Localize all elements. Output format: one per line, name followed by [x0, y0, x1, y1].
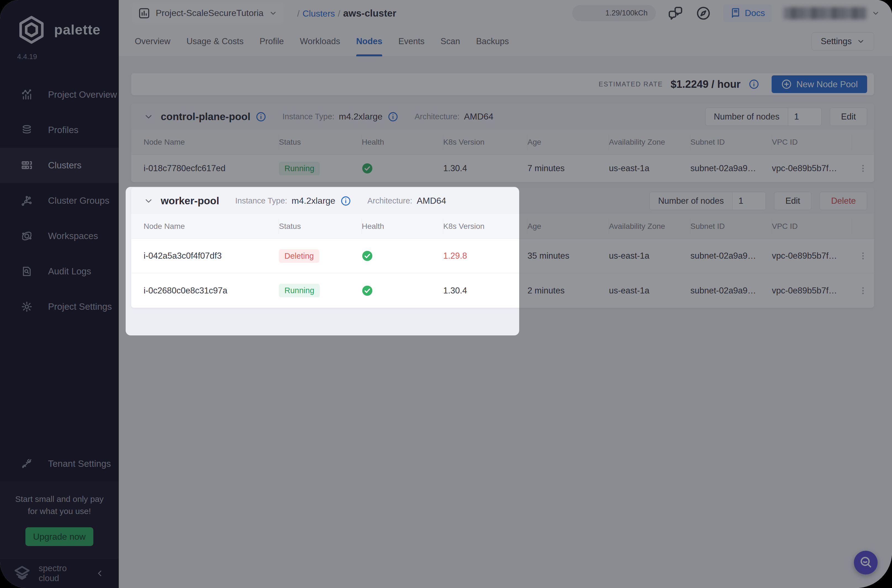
table-header-row: Node Name Status Health K8s Version Age …: [131, 130, 874, 154]
sidebar-item-label: Profiles: [48, 125, 78, 135]
search-smile-icon: [859, 555, 873, 570]
app-version: 4.4.19: [0, 45, 119, 61]
control-plane-pool-section: control-plane-pool Instance Type: m4.2xl…: [131, 104, 874, 182]
node-name: i-0c2680c0e8c31c97a: [144, 286, 279, 296]
vpc-id: vpc-0e89b5b7f…: [772, 286, 852, 296]
sidebar-item-label: Tenant Settings: [48, 459, 111, 469]
chevron-down-icon: [857, 37, 865, 45]
estimated-rate-label: ESTIMATED RATE: [599, 80, 663, 88]
tab-overview[interactable]: Overview: [135, 26, 170, 56]
k8s-version: 1.30.4: [443, 164, 527, 173]
table-header-row: Node Name Status Health K8s Version Age …: [131, 214, 874, 239]
project-chart-icon: [138, 7, 150, 20]
chart-icon: [21, 89, 33, 100]
edit-pool-button[interactable]: Edit: [830, 108, 867, 126]
subnet-id: subnet-02a9a9…: [691, 164, 772, 173]
row-menu-icon[interactable]: [858, 286, 868, 296]
app-window: palette 4.4.19 Project Overview Profiles: [0, 0, 892, 588]
usage-credits-badge: 1.29/100kCh: [572, 5, 656, 21]
sidebar-item-project-settings[interactable]: Project Settings: [0, 289, 119, 324]
subnet-id: subnet-02a9a9…: [691, 286, 772, 296]
breadcrumb-current-cluster: aws-cluster: [343, 8, 396, 18]
nodes-count-input[interactable]: [788, 108, 821, 126]
search-assistant-fab[interactable]: [854, 551, 878, 574]
docs-label: Docs: [745, 8, 765, 18]
chevron-down-icon[interactable]: [144, 112, 153, 122]
user-menu[interactable]: [784, 7, 880, 20]
number-of-nodes-group: Number of nodes: [705, 108, 821, 126]
delete-pool-button[interactable]: Delete: [820, 192, 867, 210]
edit-pool-button[interactable]: Edit: [774, 192, 811, 210]
tab-events[interactable]: Events: [398, 26, 425, 56]
instance-type-value: m4.2xlarge: [339, 111, 383, 122]
tab-profile[interactable]: Profile: [260, 26, 284, 56]
breadcrumb: / Clusters / aws-cluster: [296, 8, 396, 19]
node-age: 35 minutes: [527, 251, 609, 261]
availability-zone: us-east-1a: [609, 286, 691, 296]
orbit-icon: [21, 230, 33, 242]
info-icon[interactable]: [748, 79, 760, 90]
status-badge: Deleting: [279, 249, 319, 263]
estimated-rate-value: $1.2249 / hour: [671, 78, 740, 90]
sidebar-item-cluster-groups[interactable]: Cluster Groups: [0, 183, 119, 218]
k8s-version: 1.30.4: [443, 286, 527, 296]
table-row: i-042a5a3c0f4f07df3 Deleting 1.29.8 35 m…: [131, 239, 874, 273]
tab-usage-costs[interactable]: Usage & Costs: [186, 26, 243, 56]
logo-text: palette: [54, 22, 101, 38]
collapse-sidebar-icon[interactable]: [95, 568, 104, 578]
tab-backups[interactable]: Backups: [476, 26, 509, 56]
sidebar-spacer: [0, 324, 119, 446]
sidebar-item-profiles[interactable]: Profiles: [0, 112, 119, 148]
tab-scan[interactable]: Scan: [440, 26, 460, 56]
sidebar-item-clusters[interactable]: Clusters: [0, 148, 119, 183]
chevron-down-icon: [269, 9, 277, 17]
tab-nodes[interactable]: Nodes: [356, 26, 383, 56]
nodes-count-input[interactable]: [732, 192, 766, 210]
chat-icon[interactable]: [668, 6, 683, 21]
row-menu-icon[interactable]: [858, 164, 868, 173]
docs-button[interactable]: Docs: [723, 4, 772, 22]
k8s-version: 1.29.8: [443, 251, 527, 261]
node-age: 7 minutes: [527, 164, 609, 173]
clusters-icon: [21, 159, 33, 171]
sidebar-item-label: Workspaces: [48, 231, 98, 241]
status-badge: Running: [279, 162, 320, 175]
promo-text: Start small and only pay for what you us…: [0, 493, 119, 518]
info-icon[interactable]: [340, 195, 351, 207]
user-name-redacted: [784, 7, 866, 20]
top-header: Project-ScaleSecureTutoria / Clusters / …: [119, 0, 892, 26]
chevron-down-icon: [872, 9, 880, 17]
sidebar-item-project-overview[interactable]: Project Overview: [0, 77, 119, 112]
gear-icon: [21, 301, 33, 312]
row-menu-icon[interactable]: [858, 251, 868, 261]
sidebar-item-label: Clusters: [48, 160, 81, 171]
info-icon[interactable]: [255, 111, 266, 122]
spectro-cloud-brand: spectro cloud: [39, 563, 89, 583]
compass-icon[interactable]: [696, 6, 711, 21]
sidebar-item-label: Cluster Groups: [48, 195, 110, 206]
settings-button[interactable]: Settings: [812, 32, 874, 51]
sidebar-item-tenant-settings[interactable]: Tenant Settings: [0, 446, 119, 482]
node-age: 2 minutes: [527, 286, 609, 296]
health-check-icon: [362, 285, 373, 296]
pool-name: control-plane-pool: [161, 111, 251, 123]
project-selector[interactable]: Project-ScaleSecureTutoria: [132, 4, 283, 22]
upgrade-now-button[interactable]: Upgrade now: [26, 527, 93, 546]
sidebar-item-label: Project Settings: [48, 302, 112, 312]
node-name: i-042a5a3c0f4f07df3: [144, 251, 279, 261]
new-node-pool-button[interactable]: New Node Pool: [772, 75, 867, 93]
rate-toolbar: ESTIMATED RATE $1.2249 / hour New Node P…: [131, 73, 874, 95]
sidebar-item-audit-logs[interactable]: Audit Logs: [0, 254, 119, 289]
instance-type-value: m4.2xlarge: [291, 196, 335, 206]
breadcrumb-clusters-link[interactable]: Clusters: [302, 9, 335, 18]
worker-pool-section: worker-pool Instance Type: m4.2xlarge Ar…: [131, 188, 874, 308]
chevron-down-icon[interactable]: [144, 196, 153, 206]
info-icon[interactable]: [387, 111, 398, 122]
main-area: Project-ScaleSecureTutoria / Clusters / …: [119, 0, 892, 588]
table-row: i-018c7780ecfc617ed Running 1.30.4 7 min…: [131, 154, 874, 182]
pool-name: worker-pool: [161, 195, 219, 207]
project-name: Project-ScaleSecureTutoria: [156, 8, 263, 18]
node-name: i-018c7780ecfc617ed: [144, 164, 279, 173]
sidebar-item-workspaces[interactable]: Workspaces: [0, 218, 119, 254]
tab-workloads[interactable]: Workloads: [300, 26, 340, 56]
